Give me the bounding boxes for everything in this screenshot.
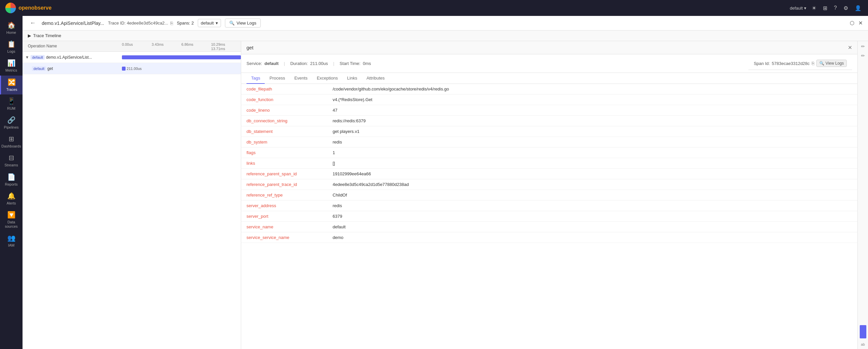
tag-key: db_statement bbox=[241, 126, 327, 137]
share-icon[interactable]: ⬡ bbox=[850, 20, 855, 26]
user-icon[interactable]: 👤 bbox=[854, 4, 863, 12]
sidebar-item-alerts[interactable]: 🔔 Alerts bbox=[0, 189, 23, 208]
trace-timeline-toggle[interactable]: ▶ Trace Timeline bbox=[23, 30, 868, 41]
service-label: Service: default bbox=[247, 61, 279, 66]
tag-value: /code/vendor/github.com/eko/gocache/stor… bbox=[327, 84, 858, 94]
span-bar-1 bbox=[122, 55, 241, 59]
list-item: server_port 6379 bbox=[241, 211, 858, 222]
ab-label: ab bbox=[861, 342, 865, 346]
tag-key: reference_parent_span_id bbox=[241, 169, 327, 179]
pencil-icon[interactable]: ✏ bbox=[861, 44, 865, 49]
service-value: default bbox=[265, 61, 279, 66]
tag-key: db_connection_string bbox=[241, 116, 327, 126]
close-icon[interactable]: ✕ bbox=[858, 20, 863, 26]
time-mark-0: 0.00us bbox=[122, 42, 133, 47]
tag-key: server_port bbox=[241, 211, 327, 222]
tab-attributes[interactable]: Attributes bbox=[362, 73, 389, 84]
sidebar-item-label-alerts: Alerts bbox=[7, 201, 16, 205]
tag-value: 6379 bbox=[327, 211, 858, 222]
sidebar-item-label-rum: RUM bbox=[7, 107, 15, 111]
sidebar-item-logs[interactable]: 📋 Logs bbox=[0, 37, 23, 56]
span-op-name-2: get bbox=[48, 66, 53, 71]
sidebar-item-label-iam: IAM bbox=[8, 243, 14, 248]
sidebar-item-streams[interactable]: ⊟ Streams bbox=[0, 151, 23, 170]
org-dropdown[interactable]: default ▾ bbox=[198, 19, 221, 27]
spans-panel: Operation Name 0.00us 3.43ms 6.86ms 10.2… bbox=[23, 41, 241, 349]
tag-value: 4edee8e3d5c49ca2d1d5e77880d238ad bbox=[327, 179, 858, 190]
help-icon[interactable]: ? bbox=[833, 4, 838, 12]
detail-close-button[interactable]: ✕ bbox=[848, 45, 852, 51]
time-mark-1: 3.43ms bbox=[152, 42, 164, 47]
tag-key: code_filepath bbox=[241, 84, 327, 94]
duration-value: 211.00us bbox=[310, 61, 328, 66]
list-item: db_connection_string redis://redis:6379 bbox=[241, 116, 858, 126]
org-selector[interactable]: default ▾ bbox=[790, 6, 806, 10]
tag-value: 19102999ee64ea66 bbox=[327, 169, 858, 179]
span-id-copy-icon[interactable]: ⎘ bbox=[812, 61, 814, 66]
time-mark-4: 13.71ms bbox=[211, 47, 225, 51]
view-logs-button[interactable]: 🔍 View Logs bbox=[225, 19, 261, 28]
traces-icon: 🔀 bbox=[8, 78, 16, 86]
trace-name: demo.v1.ApiService/ListPlay... bbox=[42, 21, 104, 26]
logo-circle bbox=[5, 3, 16, 13]
span-op-2: default get bbox=[23, 66, 122, 71]
reports-icon: 📄 bbox=[7, 173, 16, 181]
sidebar-item-pipelines[interactable]: 🔗 Pipelines bbox=[0, 113, 23, 132]
tab-process[interactable]: Process bbox=[265, 73, 289, 84]
span-collapse-icon[interactable]: ▼ bbox=[25, 55, 29, 60]
list-item: reference_parent_span_id 19102999ee64ea6… bbox=[241, 169, 858, 179]
home-icon: 🏠 bbox=[7, 21, 16, 29]
sun-icon[interactable]: ☀ bbox=[810, 4, 818, 12]
sidebar-item-reports[interactable]: 📄 Reports bbox=[0, 170, 23, 189]
time-mark-2: 6.86ms bbox=[182, 42, 193, 47]
sidebar-item-label-reports: Reports bbox=[5, 182, 18, 186]
tag-key: code_lineno bbox=[241, 105, 327, 116]
sidebar-item-dashboards[interactable]: ⊞ Dashboards bbox=[0, 132, 23, 151]
rum-icon: 📱 bbox=[7, 97, 16, 105]
detail-view-logs-button[interactable]: 🔍 View Logs bbox=[816, 60, 847, 67]
list-item: server_address redis bbox=[241, 201, 858, 211]
detail-meta: Service: default | Duration: 211.00us | … bbox=[241, 54, 858, 73]
tag-key: code_function bbox=[241, 94, 327, 105]
trace-header: ← demo.v1.ApiService/ListPlay... Trace I… bbox=[23, 16, 868, 30]
tag-value: redis://redis:6379 bbox=[327, 116, 858, 126]
start-time-value: 0ms bbox=[363, 61, 371, 66]
list-item: db_statement get players.v1 bbox=[241, 126, 858, 137]
trace-id-copy-icon[interactable]: ⎘ bbox=[170, 21, 173, 26]
sidebar-item-iam[interactable]: 👥 IAM bbox=[0, 231, 23, 250]
logo-text: openobserve bbox=[19, 5, 52, 11]
tab-events[interactable]: Events bbox=[289, 73, 312, 84]
tag-key: reference_ref_type bbox=[241, 190, 327, 201]
tag-value: get players.v1 bbox=[327, 126, 858, 137]
span-timeline-2: 211.00us bbox=[122, 63, 241, 74]
header-right: ⬡ ✕ bbox=[850, 20, 863, 26]
list-item: links [] bbox=[241, 158, 858, 169]
list-item: reference_parent_trace_id 4edee8e3d5c49c… bbox=[241, 179, 858, 190]
sidebar-item-home[interactable]: 🏠 Home bbox=[0, 19, 23, 37]
tab-exceptions[interactable]: Exceptions bbox=[312, 73, 343, 84]
settings-icon[interactable]: ⚙ bbox=[842, 4, 849, 12]
tag-value: redis bbox=[327, 137, 858, 147]
list-item: code_filepath /code/vendor/github.com/ek… bbox=[241, 84, 858, 94]
tab-tags[interactable]: Tags bbox=[247, 73, 265, 84]
table-row[interactable]: ▼ default demo.v1.ApiService/List... bbox=[23, 52, 241, 63]
sidebar-item-label-streams: Streams bbox=[5, 163, 18, 167]
span-op-name-1: demo.v1.ApiService/List... bbox=[46, 55, 92, 60]
span-bar-2 bbox=[122, 67, 126, 70]
sidebar-item-datasources[interactable]: 🔽 Data sources bbox=[0, 208, 23, 231]
right-accent-bar bbox=[860, 325, 866, 339]
back-button[interactable]: ← bbox=[28, 19, 38, 27]
sidebar-item-label-home: Home bbox=[6, 30, 16, 35]
time-labels: 0.00us 3.43ms 6.86ms 10.29ms 13.71ms bbox=[122, 41, 241, 51]
search-icon: 🔍 bbox=[229, 21, 235, 26]
sidebar-item-traces[interactable]: 🔀 Traces bbox=[0, 76, 23, 94]
table-row[interactable]: default get 211.00us bbox=[23, 63, 241, 74]
tab-links[interactable]: Links bbox=[343, 73, 362, 84]
tag-value: v4.(*RedisStore).Get bbox=[327, 94, 858, 105]
sidebar-item-metrics[interactable]: 📊 Metrics bbox=[0, 56, 23, 75]
pencil2-icon[interactable]: ✏ bbox=[861, 53, 865, 58]
sidebar-item-rum[interactable]: 📱 RUM bbox=[0, 94, 23, 113]
grid-icon[interactable]: ⊞ bbox=[822, 4, 829, 12]
sidebar-item-label-metrics: Metrics bbox=[5, 68, 17, 72]
list-item: db_system redis bbox=[241, 137, 858, 147]
